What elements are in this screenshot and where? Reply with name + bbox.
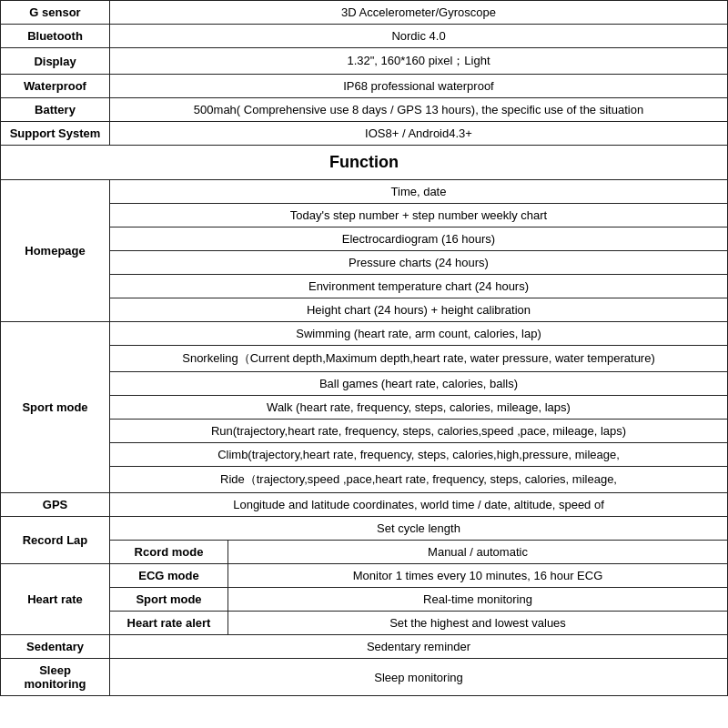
record-lap-row-1: Record Lap Set cycle length [1,517,728,541]
homepage-row-3: Electrocardiogram (16 hours) [1,228,728,251]
homepage-value-4: Pressure charts (24 hours) [110,251,728,275]
heart-rate-label: Heart rate [1,564,110,635]
sport-mode-label: Sport mode [1,322,110,493]
heart-rate-row-1: Heart rate ECG mode Monitor 1 times ever… [1,564,728,588]
heart-rate-row-2: Sport mode Real-time monitoring [1,588,728,612]
gps-label: GPS [1,493,110,517]
battery-row: Battery 500mah( Comprehensive use 8 days… [1,98,728,122]
function-header-row: Function [1,146,728,180]
waterproof-label: Waterproof [1,75,110,98]
homepage-row-2: Today's step number + step number weekly… [1,204,728,228]
sport-mode-row-3: Ball games (heart rate, calories, balls) [1,372,728,396]
support-system-row: Support System IOS8+ / Android4.3+ [1,122,728,146]
homepage-value-5: Environment temperature chart (24 hours) [110,275,728,298]
battery-label: Battery [1,98,110,122]
waterproof-value: IP68 professional waterproof [110,75,728,98]
sedentary-value: Sedentary reminder [110,635,728,659]
display-value: 1.32", 160*160 pixel；Light [110,48,728,75]
display-label: Display [1,48,110,75]
homepage-row-5: Environment temperature chart (24 hours) [1,275,728,298]
homepage-row-4: Pressure charts (24 hours) [1,251,728,275]
bluetooth-row: Bluetooth Nordic 4.0 [1,25,728,48]
display-row: Display 1.32", 160*160 pixel；Light [1,48,728,75]
homepage-value-2: Today's step number + step number weekly… [110,204,728,228]
heart-rate-row-3: Heart rate alert Set the highest and low… [1,612,728,635]
g-sensor-value: 3D Accelerometer/Gyroscope [110,1,728,25]
sport-mode-row-4: Walk (heart rate, frequency, steps, calo… [1,396,728,420]
sport-mode-row-1: Sport mode Swimming (heart rate, arm cou… [1,322,728,346]
sport-mode-value-7: Ride（trajectory,speed ,pace,heart rate, … [110,467,728,493]
bluetooth-label: Bluetooth [1,25,110,48]
record-lap-row-2: Rcord mode Manual / automatic [1,541,728,564]
record-lap-value-2: Manual / automatic [228,541,728,564]
battery-value: 500mah( Comprehensive use 8 days / GPS 1… [110,98,728,122]
homepage-value-1: Time, date [110,180,728,204]
waterproof-row: Waterproof IP68 professional waterproof [1,75,728,98]
sport-mode-row-2: Snorkeling（Current depth,Maximum depth,h… [1,346,728,372]
g-sensor-row: G sensor 3D Accelerometer/Gyroscope [1,1,728,25]
sport-mode-value-3: Ball games (heart rate, calories, balls) [110,372,728,396]
heart-rate-value-2: Real-time monitoring [228,588,728,612]
sport-mode-row-6: Climb(trajectory,heart rate, frequency, … [1,443,728,467]
sleep-monitoring-value: Sleep monitoring [110,659,728,696]
gps-row: GPS Longitude and latitude coordinates, … [1,493,728,517]
heart-rate-sub-2: Sport mode [110,588,228,612]
sport-mode-row-5: Run(trajectory,heart rate, frequency, st… [1,420,728,443]
homepage-value-6: Height chart (24 hours) + height calibra… [110,298,728,322]
homepage-row-1: Homepage Time, date [1,180,728,204]
sport-mode-value-1: Swimming (heart rate, arm count, calorie… [110,322,728,346]
sedentary-label: Sedentary [1,635,110,659]
heart-rate-value-3: Set the highest and lowest values [228,612,728,635]
sport-mode-value-4: Walk (heart rate, frequency, steps, calo… [110,396,728,420]
g-sensor-label: G sensor [1,1,110,25]
homepage-value-3: Electrocardiogram (16 hours) [110,228,728,251]
homepage-row-6: Height chart (24 hours) + height calibra… [1,298,728,322]
sport-mode-row-7: Ride（trajectory,speed ,pace,heart rate, … [1,467,728,493]
support-system-value: IOS8+ / Android4.3+ [110,122,728,146]
sleep-monitoring-label: Sleep monitoring [1,659,110,696]
heart-rate-sub-3: Heart rate alert [110,612,228,635]
sport-mode-value-2: Snorkeling（Current depth,Maximum depth,h… [110,346,728,372]
function-header: Function [1,146,728,180]
sport-mode-value-6: Climb(trajectory,heart rate, frequency, … [110,443,728,467]
sleep-monitoring-row: Sleep monitoring Sleep monitoring [1,659,728,696]
record-lap-sub: Rcord mode [110,541,228,564]
support-system-label: Support System [1,122,110,146]
sport-mode-value-5: Run(trajectory,heart rate, frequency, st… [110,420,728,443]
heart-rate-value-1: Monitor 1 times every 10 minutes, 16 hou… [228,564,728,588]
sedentary-row: Sedentary Sedentary reminder [1,635,728,659]
gps-value: Longitude and latitude coordinates, worl… [110,493,728,517]
record-lap-label: Record Lap [1,517,110,564]
heart-rate-sub-1: ECG mode [110,564,228,588]
record-lap-value-1: Set cycle length [110,517,728,541]
bluetooth-value: Nordic 4.0 [110,25,728,48]
homepage-label: Homepage [1,180,110,322]
